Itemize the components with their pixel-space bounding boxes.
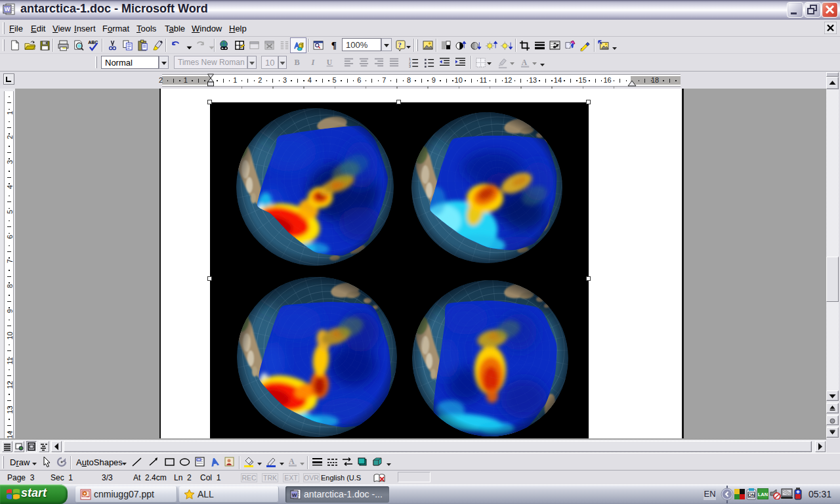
svg-text:¶: ¶ (331, 40, 337, 51)
svg-text:ON: ON (748, 493, 755, 497)
svg-text:W: W (5, 6, 10, 12)
svg-text:3: 3 (409, 64, 411, 68)
svg-text:I: I (310, 58, 315, 67)
svg-text:A: A (522, 58, 528, 66)
svg-text:A: A (289, 457, 295, 466)
svg-text:U: U (327, 58, 332, 66)
svg-text:W: W (292, 492, 297, 498)
svg-text:LAN: LAN (758, 492, 768, 497)
svg-text:B: B (295, 58, 300, 67)
svg-text:?: ? (398, 41, 402, 49)
